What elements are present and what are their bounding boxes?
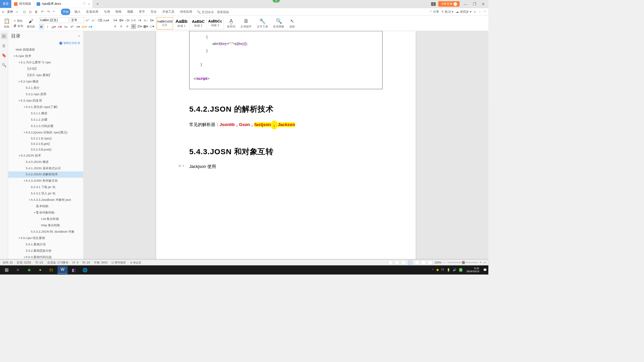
fit-button[interactable]: ⤢: [484, 261, 486, 264]
outline-tree[interactable]: Web 前端课程5.Ajax 技术5.1.为什么要学习 Ajax【介绍】【演示 …: [8, 47, 83, 267]
close-outline-icon[interactable]: ×: [78, 34, 80, 38]
outline-item[interactable]: 5.Ajax 技术: [8, 53, 83, 59]
bullet-list-button[interactable]: ≡▾: [113, 18, 118, 23]
outline-item[interactable]: 5.2.Ajax 概述: [8, 78, 83, 85]
clear-format-icon[interactable]: ⌫: [97, 18, 102, 23]
outline-item[interactable]: 基本转换:: [8, 203, 83, 209]
outline-item[interactable]: Web 前端课程: [8, 47, 83, 53]
collapse-ribbon-icon[interactable]: ⌃: [484, 10, 486, 14]
action-center-icon[interactable]: 💬: [483, 268, 487, 272]
comments-tab-icon[interactable]: 🗎: [1, 43, 7, 49]
outline-item[interactable]: 【演示 Ajax 案例】: [8, 72, 83, 78]
highlight-button[interactable]: ab▾: [82, 24, 87, 29]
draft-view-icon[interactable]: [421, 260, 426, 265]
tray-icon-2[interactable]: 🛡: [441, 268, 444, 272]
outline-item[interactable]: 5.5.2.1.$.Ajax(): [8, 135, 83, 141]
text-effects-button[interactable]: A▾: [75, 24, 80, 29]
style-heading1[interactable]: AaBb标题 1: [173, 17, 190, 29]
number-list-button[interactable]: ≣▾: [119, 18, 124, 23]
outline-item[interactable]: 5.2.1.简介: [8, 85, 83, 91]
superscript-button[interactable]: X²: [69, 24, 74, 29]
outline-item[interactable]: 5.5.2.2.$.get(): [8, 141, 83, 147]
distribute-button[interactable]: ☰▾: [137, 24, 142, 29]
select-icon[interactable]: ↖: [290, 18, 294, 24]
print-view-icon[interactable]: [408, 260, 413, 265]
zoom-level[interactable]: 150%: [434, 261, 441, 264]
ribbon-tab-insert[interactable]: 插入: [73, 9, 82, 15]
char-count[interactable]: 字数: 3443: [94, 260, 107, 264]
guest-login-button[interactable]: 访客登录: [438, 1, 460, 7]
style-heading3[interactable]: AaBbCc标题 3: [207, 17, 223, 29]
fullscreen-view-icon[interactable]: [388, 260, 393, 265]
font-color-button[interactable]: A▾: [57, 24, 62, 29]
page-of[interactable]: 页面: 21/33: [17, 260, 31, 264]
bookmark-tab-icon[interactable]: 🔖: [1, 52, 7, 58]
chrome-icon[interactable]: 🌐: [80, 266, 90, 274]
outline-item[interactable]: 5.2.2.Ajax 原理: [8, 91, 83, 97]
outline-item[interactable]: 5.4.3.2.JSON 转 JavaBean 对象: [8, 229, 83, 235]
underline-button[interactable]: U▾: [51, 24, 56, 29]
ribbon-tab-review[interactable]: 审阅: [114, 9, 123, 15]
search-tab-icon[interactable]: 🔍: [1, 62, 7, 68]
outline-item[interactable]: 5.5.1.案例介绍: [8, 241, 83, 248]
outline-view-icon[interactable]: [415, 260, 419, 265]
smart-toc-button[interactable]: 智能识别目录: [63, 41, 80, 45]
wps-icon[interactable]: W: [57, 266, 67, 274]
undo-icon[interactable]: ↶: [41, 10, 44, 14]
file-menu[interactable]: 文件: [7, 10, 13, 14]
save-icon[interactable]: 🗋: [23, 10, 26, 14]
outline-item[interactable]: 5.4.0.JSON 概述: [8, 159, 83, 165]
document-area[interactable]: { alert(key+":"+p[key]); } } </script> 5…: [84, 31, 488, 267]
paste-icon[interactable]: 📋: [4, 18, 10, 24]
tray-volume-icon[interactable]: 🔊: [453, 268, 457, 272]
outline-item[interactable]: 5.5.2.3.$.post(): [8, 147, 83, 153]
outline-item[interactable]: 5.3.1.3.代码步骤: [8, 123, 83, 129]
line-spacing-button[interactable]: ↕▾: [137, 18, 142, 23]
ribbon-tab-reference[interactable]: 引用: [102, 9, 111, 15]
close-window-button[interactable]: ✕: [480, 2, 486, 6]
align-center-button[interactable]: ≡: [119, 24, 124, 29]
font-size-select[interactable]: [70, 17, 84, 23]
increase-indent-button[interactable]: ▷≡: [131, 18, 136, 23]
app-icon-2[interactable]: ●: [35, 266, 45, 274]
tab-document[interactable]: Ajax技术.docx ❐ ×: [34, 0, 93, 8]
outline-item[interactable]: List 集合转换: [8, 216, 83, 222]
outline-item[interactable]: 5.4.1.JSON 基本格式认识: [8, 165, 83, 171]
outline-item[interactable]: 5.4.JSON 技术: [8, 152, 83, 159]
tab-home[interactable]: 首页: [0, 0, 11, 8]
strike-button[interactable]: X₂: [63, 24, 68, 29]
zoom-out-button[interactable]: −: [444, 261, 445, 264]
outline-item[interactable]: 5.4.3.2.导入 jar 包: [8, 190, 83, 197]
ribbon-tab-security[interactable]: 安全: [149, 9, 158, 15]
sync-button[interactable]: ☁ 未同步 ▾: [456, 10, 471, 14]
style-heading2[interactable]: AaBbC标题 2: [190, 17, 207, 29]
outline-item[interactable]: 5.5.Ajax 综合案例: [8, 235, 83, 241]
doc-assist-icon[interactable]: 🗎: [244, 18, 249, 24]
outline-item[interactable]: 5.4.2.JSON 的解析技术: [8, 171, 83, 178]
new-tab-button[interactable]: +: [93, 2, 102, 6]
font-select[interactable]: [39, 17, 69, 23]
help-button[interactable]: ?: [474, 10, 476, 14]
outline-tab-icon[interactable]: ▤: [1, 33, 7, 39]
style-normal[interactable]: AaBbCcDd正文: [157, 17, 173, 29]
shading-button[interactable]: A▾: [88, 24, 93, 29]
copy-icon[interactable]: 🗐: [14, 24, 16, 27]
more-button[interactable]: ⋮: [478, 10, 481, 14]
decrease-indent-button[interactable]: ◁≡: [125, 18, 130, 23]
new-style-icon[interactable]: A̲: [229, 18, 233, 24]
outline-item[interactable]: 5.3.1.2.步骤: [8, 116, 83, 123]
outline-item[interactable]: 5.4.3.3.JavaBean 对象转 json: [8, 197, 83, 203]
redo-icon[interactable]: ↷: [47, 10, 50, 14]
note-icon[interactable]: 🗎 ▾: [178, 164, 184, 168]
outline-item[interactable]: 5.4.3.JOSN 和对象互转: [8, 178, 83, 184]
ribbon-tab-special[interactable]: 特色应用: [178, 9, 194, 15]
increase-font-icon[interactable]: A⁺: [85, 18, 90, 23]
reading-view-icon[interactable]: [395, 260, 399, 265]
cortana-button[interactable]: ○: [13, 266, 23, 274]
cut-icon[interactable]: ✂: [14, 19, 16, 22]
style-gallery[interactable]: AaBbCcDd正文 AaBb标题 1 AaBbC标题 2 AaBbCc标题 3: [156, 17, 223, 29]
web-view-icon[interactable]: [401, 260, 406, 265]
maximize-button[interactable]: ❐: [471, 2, 478, 6]
restore-icon[interactable]: ❐: [83, 2, 86, 6]
sort-button[interactable]: A↓: [143, 18, 148, 23]
